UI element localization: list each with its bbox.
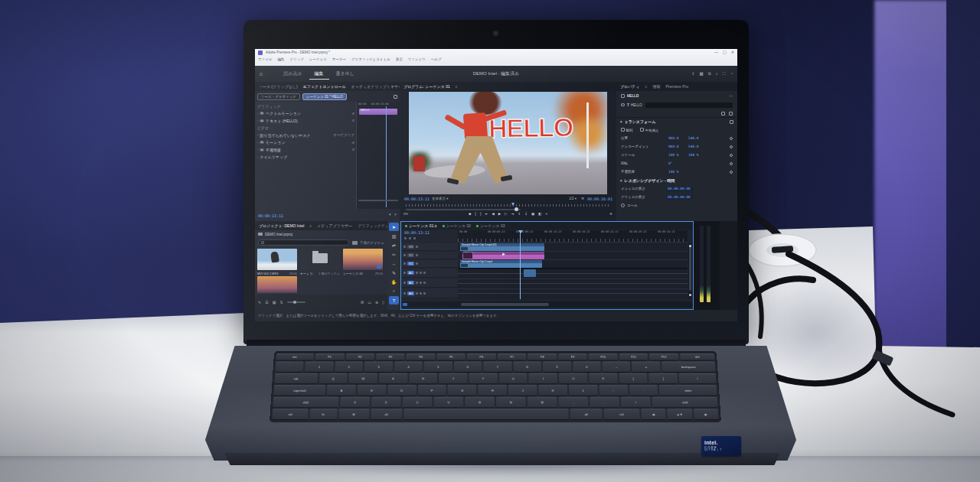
program-playhead-marker[interactable] — [511, 203, 514, 206]
tab-sequence-3[interactable]: シーケンス 03 — [476, 223, 505, 228]
go-to-in-icon[interactable]: ⇤ — [485, 212, 488, 216]
menu-item[interactable]: グラフィックとタイトル — [351, 57, 390, 61]
reset-icon[interactable]: ↺ — [351, 112, 354, 116]
snap-icon[interactable] — [404, 237, 407, 239]
maximize-button[interactable]: ▢ — [723, 50, 727, 54]
tab-properties[interactable]: プロパティ — [620, 84, 640, 89]
param-value[interactable]: 100 % — [688, 153, 708, 157]
panel-icon[interactable]: ⧉ — [708, 71, 711, 77]
solo-icon[interactable] — [423, 292, 426, 295]
filter-icon[interactable]: ▼ — [388, 213, 391, 217]
track-select-tool[interactable]: ▥ — [389, 232, 399, 240]
extract-icon[interactable]: ↧ — [524, 212, 528, 216]
automate-to-sequence-icon[interactable]: ⊞ — [361, 300, 364, 305]
eye-icon[interactable] — [416, 262, 418, 265]
param-value[interactable]: 960.0 — [668, 145, 688, 148]
eye-icon[interactable] — [416, 292, 418, 295]
timeline-clip-v3[interactable]: Sample Movie Clip 5.mp4 [V] — [460, 243, 544, 251]
search-input[interactable] — [258, 239, 349, 246]
search-icon[interactable]: ⌕ — [716, 71, 718, 77]
eye-icon[interactable] — [416, 272, 418, 274]
menu-item[interactable]: マーカー — [332, 57, 346, 61]
mute-icon[interactable] — [420, 292, 422, 295]
solo-icon[interactable] — [423, 272, 426, 274]
clip-chip[interactable]: シーケンス 01 * HELLO — [302, 93, 347, 100]
home-icon[interactable]: ⌂ — [260, 71, 263, 77]
zoom-dropdown[interactable]: 1/2 ▾ — [569, 197, 577, 200]
param-value[interactable]: 960.0 — [668, 136, 688, 140]
mark-in-icon[interactable]: { — [475, 212, 476, 216]
text-layer-name[interactable]: HELLO — [631, 103, 642, 107]
add-marker-icon[interactable]: ◆ — [469, 212, 471, 216]
tab-effect-controls[interactable]: エフェクトコントロール — [303, 84, 346, 89]
effect-row[interactable]: ›fx不透明度↺ — [255, 146, 354, 154]
mute-icon[interactable] — [420, 282, 422, 284]
param-value[interactable]: 100 % — [668, 170, 688, 174]
reset-icon[interactable]: ↺ — [351, 148, 354, 151]
mini-playhead[interactable] — [386, 106, 387, 207]
reset-icon[interactable]: ↺ — [351, 119, 354, 122]
timeline-vscroll[interactable] — [688, 243, 692, 299]
align-button[interactable]: 整列 — [626, 129, 632, 132]
timeline-clip-a1[interactable] — [524, 269, 536, 277]
bin-breadcrumb[interactable]: DEMO Intel.prproj — [265, 233, 292, 236]
hand-tool[interactable]: ✋ — [389, 278, 399, 286]
effect-row[interactable]: ›fxベクトルモーション↺ — [255, 110, 354, 118]
lock-icon[interactable] — [403, 246, 406, 248]
eye-icon[interactable] — [416, 246, 418, 248]
zoom-track[interactable] — [406, 209, 521, 210]
delete-icon[interactable]: ▯ — [382, 300, 384, 305]
fullscreen-icon[interactable]: ⛶ — [723, 71, 726, 77]
ripple-edit-tool[interactable]: ⇄ — [389, 241, 399, 249]
param-value[interactable]: 0° — [668, 161, 688, 165]
lock-icon[interactable] — [403, 292, 406, 295]
more-buttons-icon[interactable]: ✚ — [609, 212, 612, 216]
tab-graphic-templates[interactable]: グラフィックテンプレート — [358, 223, 387, 228]
settings-wrench-icon[interactable]: ⚒ — [581, 197, 584, 200]
new-item-icon[interactable]: ⊕ — [375, 300, 378, 305]
project-item[interactable]: シーケンス 0129:10 — [343, 249, 383, 275]
export-frame-icon[interactable]: ▣ — [531, 212, 534, 216]
lock-icon[interactable] — [403, 262, 406, 265]
razor-tool[interactable]: ✂ — [389, 250, 399, 259]
disclosure-icon[interactable]: › — [257, 141, 258, 145]
clear-all-button[interactable]: すべてクリア — [333, 133, 354, 137]
source-graphic-chip[interactable]: ソース・グラフィック — [257, 93, 300, 100]
sort-icon[interactable]: ⇅ — [279, 300, 283, 305]
tab-media-browser[interactable]: メディアブラウザー — [317, 223, 352, 228]
eye-icon[interactable] — [416, 282, 418, 284]
tab-program-monitor[interactable]: プログラム: シーケンス 01 — [403, 84, 450, 89]
edit-icon[interactable]: ✎ — [258, 300, 261, 305]
center-icon[interactable] — [640, 128, 644, 132]
reset-icon[interactable]: ↺ — [351, 141, 354, 145]
mute-icon[interactable] — [420, 272, 422, 274]
add-track-icon[interactable]: ⊞▾ — [403, 212, 408, 216]
zoom-tool[interactable]: ⌕ — [389, 287, 399, 295]
timeline-hscroll[interactable] — [401, 301, 694, 308]
fit-dropdown[interactable]: 全体表示 ▾ — [432, 197, 449, 200]
menu-item[interactable]: ウィンドウ — [408, 57, 426, 61]
collapse-icon[interactable]: — — [730, 94, 733, 98]
eye-icon[interactable] — [416, 254, 418, 256]
visibility-eye-icon[interactable] — [621, 103, 625, 106]
mini-scrollbar[interactable] — [358, 200, 398, 201]
track-header-A3[interactable]: A3 — [401, 288, 458, 298]
keyframe-stopwatch-icon[interactable] — [730, 137, 733, 140]
timeline-clip-v1[interactable]: Sample Movie Clip 5.mp4 — [460, 260, 542, 268]
tab-audio-clip-mixer[interactable]: オーディオクリップミキサー: シー.. — [351, 84, 400, 89]
linked-selection-icon[interactable] — [409, 237, 411, 239]
zoom-handle[interactable] — [514, 207, 518, 211]
track-header-A1[interactable]: A1 — [401, 269, 458, 278]
responsive-value[interactable]: 00:00:00:00 — [665, 187, 693, 191]
text-layer-field[interactable] — [645, 103, 733, 108]
new-text-layer-icon[interactable] — [721, 112, 725, 116]
comparison-view-icon[interactable]: ◧ — [538, 212, 541, 216]
effect-row[interactable]: グラフィック — [255, 103, 354, 110]
lift-icon[interactable]: ↥ — [518, 212, 521, 216]
timeline-ruler[interactable]: 00:0000:00:04:2300:00:09:2300:00:14:2300… — [458, 230, 688, 243]
mode-tab-読み込み[interactable]: 読み込み — [278, 69, 307, 80]
go-to-out-icon[interactable]: ⇥ — [511, 212, 514, 216]
type-tool[interactable]: T — [389, 296, 399, 305]
slip-tool[interactable]: ↔ — [389, 259, 399, 268]
selection-tool[interactable]: ➤ — [389, 223, 399, 231]
